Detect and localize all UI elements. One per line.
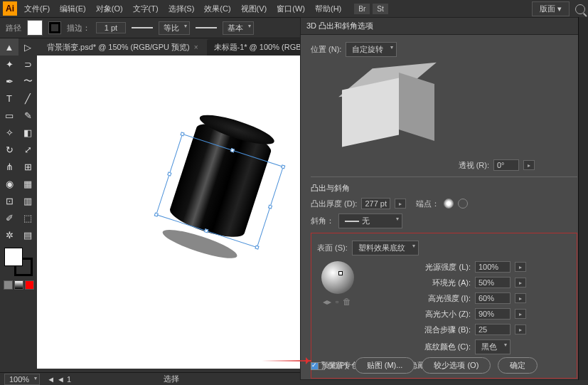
brush-stroke-icon[interactable] — [196, 27, 217, 28]
menu-text[interactable]: 文字(T) — [129, 1, 163, 16]
cap-on-icon[interactable] — [444, 199, 454, 209]
right-panel-collapsed[interactable] — [578, 17, 588, 380]
shape-builder-tool[interactable]: ◉ — [0, 175, 18, 192]
menu-object[interactable]: 对象(O) — [92, 1, 127, 16]
menu-view[interactable]: 视图(V) — [237, 1, 272, 16]
selection-tool[interactable]: ▲ — [0, 38, 18, 56]
perspective-label: 透视 (R): — [459, 160, 489, 171]
light-intensity-stepper[interactable]: ▸ — [515, 262, 526, 272]
fewer-options-button[interactable]: 较少选项 (O) — [422, 357, 491, 374]
fill-box[interactable] — [4, 248, 23, 266]
blend-tool[interactable]: ⬚ — [18, 209, 37, 226]
perspective-field[interactable]: 0° — [493, 159, 519, 171]
color-mode-icon[interactable] — [4, 280, 13, 290]
menu-edit[interactable]: 编辑(E) — [55, 1, 90, 16]
toolbox: ▲▷ ✦⊃ ✒〜 T╱ ▭✎ ✧◧ ↻⤢ ⋔⊞ ◉▦ ⊡▥ ✐⬚ ✲▤ — [0, 38, 37, 380]
workspace-switcher[interactable]: 版面 ▾ — [532, 1, 570, 16]
fill-swatch[interactable] — [27, 20, 43, 36]
ambient-stepper[interactable]: ▸ — [515, 278, 526, 288]
new-light-icon[interactable]: ▫ — [336, 297, 338, 307]
ambient-label: 环境光 (A): — [407, 278, 471, 288]
tab-doc1[interactable]: 背景渐变.psd* @ 150% (RGB/GPU 预览)× — [40, 39, 205, 56]
search-icon[interactable] — [575, 4, 585, 14]
graph-tool[interactable]: ▤ — [18, 226, 37, 243]
highlight-intensity-stepper[interactable]: ▸ — [515, 293, 526, 303]
rectangle-tool[interactable]: ▭ — [0, 107, 18, 124]
gradient-tool[interactable]: ▥ — [18, 192, 37, 209]
perspective-tool[interactable]: ▦ — [18, 175, 37, 192]
back-light-icon[interactable]: ◂▸ — [323, 297, 331, 307]
close-icon[interactable]: × — [194, 43, 198, 51]
direct-selection-tool[interactable]: ▷ — [18, 38, 37, 56]
light-point-icon[interactable] — [338, 271, 343, 275]
preview-checkbox[interactable]: 预览(P) — [311, 360, 348, 371]
zoom-field[interactable]: 100% — [4, 374, 40, 385]
blend-steps-label: 混合步骤 (B): — [407, 325, 471, 335]
curvature-tool[interactable]: 〜 — [18, 73, 37, 90]
extrude-depth-field[interactable]: 277 pt — [361, 198, 390, 209]
blend-steps-field[interactable]: 25 — [475, 324, 511, 335]
menu-select[interactable]: 选择(S) — [164, 1, 199, 16]
highlight-intensity-field[interactable]: 60% — [475, 292, 511, 304]
highlight-size-field[interactable]: 90% — [475, 308, 511, 320]
perspective-stepper[interactable]: ▸ — [523, 160, 535, 170]
stroke-profile-icon[interactable] — [132, 27, 153, 28]
menu-file[interactable]: 文件(F) — [20, 1, 54, 16]
delete-light-icon[interactable]: 🗑 — [343, 297, 351, 307]
shaper-tool[interactable]: ✧ — [0, 124, 18, 141]
artboard[interactable] — [37, 56, 300, 369]
width-tool[interactable]: ⋔ — [0, 158, 18, 175]
light-intensity-label: 光源强度 (L): — [407, 262, 471, 273]
type-tool[interactable]: T — [0, 90, 18, 107]
stroke-profile-dropdown[interactable]: 等比 — [159, 21, 190, 35]
eraser-tool[interactable]: ◧ — [18, 124, 37, 141]
bridge-badge[interactable]: Br — [354, 4, 370, 14]
annotation-arrow — [262, 360, 311, 362]
surface-dropdown[interactable]: 塑料效果底纹 — [352, 241, 419, 255]
bevel-dropdown[interactable]: 无 — [338, 213, 402, 228]
magic-wand-tool[interactable]: ✦ — [0, 56, 18, 73]
gradient-mode-icon[interactable] — [14, 280, 23, 290]
bevel-label: 斜角： — [311, 216, 334, 226]
lasso-tool[interactable]: ⊃ — [18, 56, 37, 73]
depth-stepper[interactable]: ▸ — [395, 199, 406, 209]
light-sphere-preview[interactable] — [321, 261, 354, 294]
highlight-size-stepper[interactable]: ▸ — [515, 309, 526, 319]
rotate-tool[interactable]: ↻ — [0, 141, 18, 158]
light-intensity-field[interactable]: 100% — [475, 261, 511, 273]
map-art-button[interactable]: 贴图 (M)... — [355, 357, 415, 374]
cap-off-icon[interactable] — [458, 199, 468, 209]
stock-badge[interactable]: St — [373, 4, 387, 14]
brush-dropdown[interactable]: 基本 — [223, 21, 254, 35]
stroke-label: 描边： — [67, 23, 90, 33]
dialog-title: 3D 凸出和斜角选项 — [301, 18, 587, 35]
surface-label: 表面 (S): — [317, 243, 348, 253]
menu-window[interactable]: 窗口(W) — [272, 1, 309, 16]
ok-button[interactable]: 确定 — [498, 357, 538, 374]
extrude-bevel-dialog: 3D 凸出和斜角选项 位置 (N): 自定旋转 透视 (R): 0° ▸ 凸出与… — [300, 17, 588, 380]
position-label: 位置 (N): — [311, 44, 341, 55]
stroke-swatch[interactable] — [48, 21, 61, 34]
artboard-nav[interactable]: ◄ ◄ 1 — [47, 375, 71, 384]
cap-label: 端点： — [416, 199, 439, 209]
mesh-tool[interactable]: ⊡ — [0, 192, 18, 209]
blend-steps-stepper[interactable]: ▸ — [515, 325, 526, 334]
scale-tool[interactable]: ⤢ — [18, 141, 37, 158]
stroke-weight-field[interactable]: 1 pt — [96, 22, 126, 33]
highlight-intensity-label: 高光强度 (I): — [407, 293, 471, 304]
menu-help[interactable]: 帮助(H) — [311, 1, 346, 16]
rotation-cube-preview[interactable] — [328, 63, 420, 155]
position-dropdown[interactable]: 自定旋转 — [346, 42, 397, 57]
pen-tool[interactable]: ✒ — [0, 73, 18, 90]
none-mode-icon[interactable] — [25, 280, 34, 290]
free-transform-tool[interactable]: ⊞ — [18, 158, 37, 175]
paintbrush-tool[interactable]: ✎ — [18, 107, 37, 124]
symbol-sprayer-tool[interactable]: ✲ — [0, 226, 18, 243]
status-bar: 100% ◄ ◄ 1 选择 — [0, 372, 300, 385]
eyedropper-tool[interactable]: ✐ — [0, 209, 18, 226]
shade-color-dropdown[interactable]: 黑色 — [475, 339, 511, 354]
menu-effect[interactable]: 效果(C) — [200, 1, 235, 16]
line-tool[interactable]: ╱ — [18, 90, 37, 107]
ambient-field[interactable]: 50% — [475, 277, 511, 288]
fill-stroke-indicator[interactable] — [4, 248, 33, 276]
